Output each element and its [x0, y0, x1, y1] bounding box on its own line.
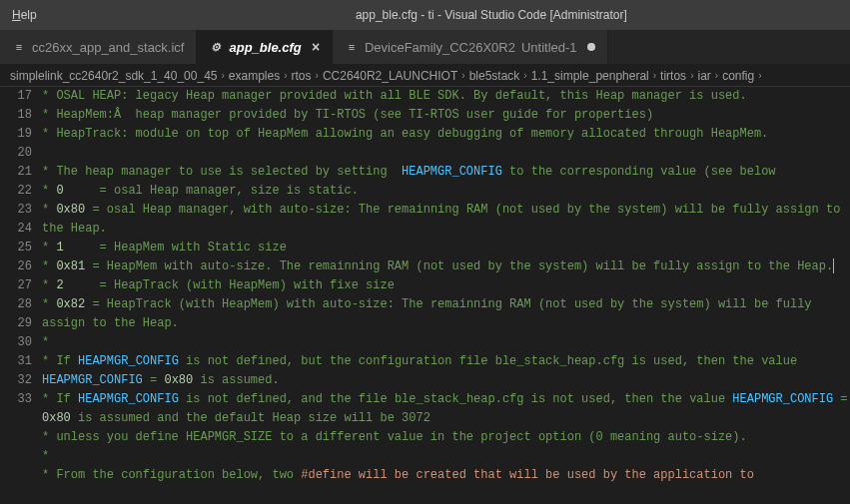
chevron-right-icon: ›	[653, 70, 656, 81]
tab-suffix: Untitled-1	[521, 40, 577, 55]
code-line[interactable]: * 0x81 = HeapMem with auto-size. The rem…	[42, 257, 850, 276]
code-line[interactable]	[42, 144, 850, 163]
code-line[interactable]: assign to the Heap.	[42, 314, 850, 333]
close-icon[interactable]: ×	[308, 39, 320, 55]
code-line[interactable]: * The heap manager to use is selected by…	[42, 163, 850, 182]
chevron-right-icon: ›	[461, 70, 464, 81]
window-title: app_ble.cfg - ti - Visual Studio Code [A…	[41, 8, 842, 22]
line-number: 26	[0, 257, 32, 276]
line-number: 17	[0, 87, 32, 106]
breadcrumb-item[interactable]: iar	[697, 69, 710, 83]
tab-cc26xx-icf[interactable]: ≡ cc26xx_app_and_stack.icf	[0, 30, 197, 64]
breadcrumb-item[interactable]: rtos	[292, 69, 312, 83]
file-icon: ≡	[12, 40, 26, 54]
tab-label: cc26xx_app_and_stack.icf	[32, 40, 184, 55]
code-line[interactable]: * 2 = HeapTrack (with HeapMem) with fixe…	[42, 276, 850, 295]
breadcrumb: simplelink_cc2640r2_sdk_1_40_00_45 › exa…	[0, 65, 850, 87]
line-number: 18	[0, 106, 32, 125]
breadcrumb-item[interactable]: ble5stack	[469, 69, 520, 83]
line-number: 23	[0, 201, 32, 220]
breadcrumb-item[interactable]: examples	[229, 69, 280, 83]
line-number: 29	[0, 314, 32, 333]
code-line[interactable]: *	[42, 447, 850, 466]
line-number: 27	[0, 276, 32, 295]
tab-bar: ≡ cc26xx_app_and_stack.icf ⚙ app_ble.cfg…	[0, 30, 850, 65]
code-line[interactable]: * HeapTrack: module on top of HeapMem al…	[42, 125, 850, 144]
line-number: 31	[0, 352, 32, 371]
dirty-dot-icon	[587, 43, 595, 51]
line-number: 19	[0, 125, 32, 144]
line-number: 22	[0, 182, 32, 201]
chevron-right-icon: ›	[284, 70, 287, 81]
line-number: 30	[0, 333, 32, 352]
editor[interactable]: 1718192021222324252627282930313233 * OSA…	[0, 87, 850, 504]
file-icon: ≡	[345, 40, 359, 54]
code-line[interactable]: * 0x82 = HeapTrack (with HeapMem) with a…	[42, 295, 850, 314]
chevron-right-icon: ›	[758, 70, 761, 81]
line-number: 20	[0, 144, 32, 163]
breadcrumb-item[interactable]: 1.1_simple_penpheral	[531, 69, 649, 83]
code-line[interactable]: * OSAL HEAP: legacy Heap manager provide…	[42, 87, 850, 106]
breadcrumb-item[interactable]: tirtos	[660, 69, 686, 83]
chevron-right-icon: ›	[316, 70, 319, 81]
code-line[interactable]: * unless you define HEAPMGR_SIZE to a di…	[42, 428, 850, 447]
line-number: 33	[0, 390, 32, 409]
line-number: 25	[0, 239, 32, 257]
code-line[interactable]: * 0x80 = osal Heap manager, with auto-si…	[42, 201, 850, 220]
tab-app-ble-cfg[interactable]: ⚙ app_ble.cfg ×	[197, 30, 332, 64]
code-line[interactable]: * If HEAPMGR_CONFIG is not defined, but …	[42, 352, 850, 371]
menu-help[interactable]: Help	[8, 8, 41, 22]
line-number: 24	[0, 220, 32, 239]
code-area[interactable]: * OSAL HEAP: legacy Heap manager provide…	[42, 87, 850, 504]
line-number: 21	[0, 163, 32, 182]
line-number: 32	[0, 371, 32, 390]
breadcrumb-item[interactable]: config	[722, 69, 754, 83]
line-number-gutter: 1718192021222324252627282930313233	[0, 87, 42, 504]
code-line[interactable]: *	[42, 333, 850, 352]
code-line[interactable]: the Heap.	[42, 220, 850, 239]
chevron-right-icon: ›	[221, 70, 224, 81]
code-line[interactable]: * If HEAPMGR_CONFIG is not defined, and …	[42, 390, 850, 409]
code-line[interactable]: HEAPMGR_CONFIG = 0x80 is assumed.	[42, 371, 850, 390]
chevron-right-icon: ›	[690, 70, 693, 81]
tab-label: DeviceFamily_CC26X0R2	[365, 40, 515, 55]
code-line[interactable]: * HeapMem:Â heap manager provided by TI-…	[42, 106, 850, 125]
file-icon: ⚙	[209, 40, 223, 54]
line-number: 28	[0, 295, 32, 314]
code-line[interactable]: 0x80 is assumed and the default Heap siz…	[42, 409, 850, 428]
titlebar: Help app_ble.cfg - ti - Visual Studio Co…	[0, 0, 850, 30]
tab-devicefamily[interactable]: ≡ DeviceFamily_CC26X0R2 Untitled-1	[333, 30, 608, 64]
code-line[interactable]: * 1 = HeapMem with Static size	[42, 239, 850, 257]
tab-label: app_ble.cfg	[229, 40, 301, 55]
breadcrumb-item[interactable]: simplelink_cc2640r2_sdk_1_40_00_45	[10, 69, 217, 83]
breadcrumb-item[interactable]: CC2640R2_LAUNCHIOT	[323, 69, 457, 83]
chevron-right-icon: ›	[523, 70, 526, 81]
code-line[interactable]: * From the configuration below, two #def…	[42, 466, 850, 485]
code-line[interactable]: * 0 = osal Heap manager, size is static.	[42, 182, 850, 201]
chevron-right-icon: ›	[715, 70, 718, 81]
